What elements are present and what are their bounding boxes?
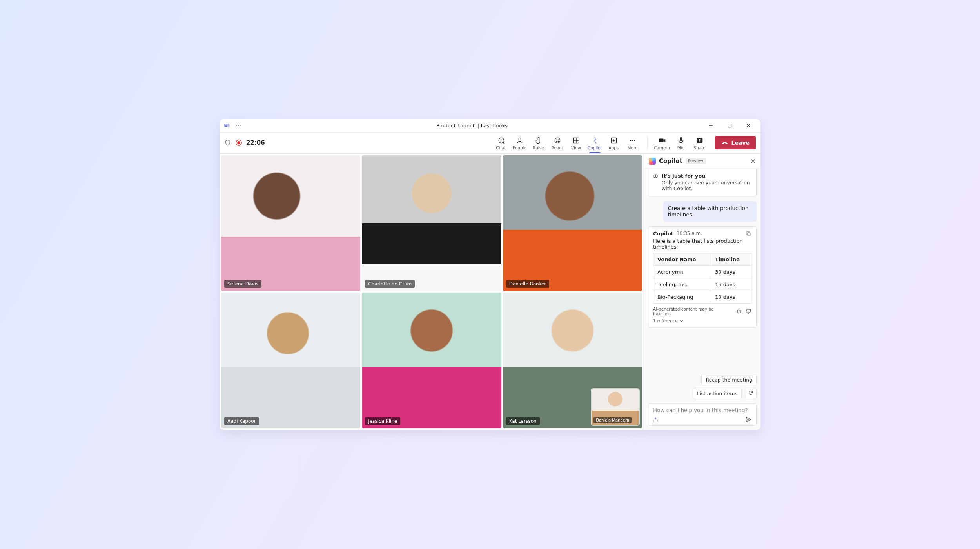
react-button[interactable]: React bbox=[548, 135, 566, 151]
copilot-icon bbox=[591, 136, 599, 145]
table-header: Vendor Name bbox=[653, 253, 711, 265]
suggestion-chips: Recap the meeting bbox=[644, 370, 760, 385]
window-minimize-button[interactable] bbox=[702, 120, 719, 131]
camera-button[interactable]: Camera bbox=[653, 135, 671, 151]
svg-point-16 bbox=[630, 140, 631, 141]
thumbs-up-button[interactable] bbox=[736, 308, 742, 314]
table-row: Bio-Packaging 10 days bbox=[653, 291, 751, 303]
camera-icon bbox=[658, 136, 666, 145]
suggestion-chips-2: List action items bbox=[644, 385, 760, 399]
participant-name: Jessica Kline bbox=[365, 417, 400, 425]
participant-name: Kat Larsson bbox=[506, 417, 540, 425]
sparkle-icon[interactable] bbox=[652, 416, 659, 423]
meeting-title: Product Launch | Last Looks bbox=[241, 123, 702, 129]
participant-name: Daniela Mandera bbox=[593, 417, 632, 423]
svg-rect-20 bbox=[680, 137, 682, 141]
raise-hand-button[interactable]: Raise bbox=[530, 135, 548, 151]
copilot-privacy-card: It's just for you Only you can see your … bbox=[648, 169, 757, 196]
people-icon bbox=[515, 136, 524, 145]
raise-hand-icon bbox=[534, 136, 543, 145]
view-button[interactable]: View bbox=[567, 135, 585, 151]
eye-icon bbox=[652, 173, 659, 179]
ellipsis-icon[interactable] bbox=[235, 122, 241, 129]
window-maximize-button[interactable] bbox=[721, 120, 738, 131]
video-grid: Serena Davis Charlotte de Crum Danielle … bbox=[220, 154, 644, 430]
titlebar: T Product Launch | Last Looks bbox=[220, 119, 760, 133]
refresh-suggestions-button[interactable] bbox=[745, 388, 757, 399]
suggestion-recap[interactable]: Recap the meeting bbox=[701, 374, 757, 385]
svg-point-2 bbox=[228, 124, 229, 125]
chat-button[interactable]: Chat bbox=[492, 135, 510, 151]
mic-icon bbox=[677, 136, 685, 145]
suggestion-action-items[interactable]: List action items bbox=[693, 388, 742, 399]
svg-point-9 bbox=[237, 141, 240, 144]
copilot-response: Copilot 10:35 a.m. Here is a table that … bbox=[648, 226, 757, 328]
response-timestamp: 10:35 a.m. bbox=[677, 231, 702, 236]
share-icon bbox=[695, 136, 704, 145]
svg-point-10 bbox=[519, 138, 521, 140]
participant-name: Charlotte de Crum bbox=[365, 280, 415, 288]
svg-rect-19 bbox=[659, 138, 663, 142]
svg-point-11 bbox=[555, 138, 560, 143]
user-message: Create a table with production timelines… bbox=[663, 201, 757, 222]
copy-button[interactable] bbox=[746, 231, 751, 236]
chat-icon bbox=[497, 136, 505, 145]
more-icon bbox=[628, 136, 637, 145]
toolbar-center-group: Chat People Raise React View Copilot bbox=[492, 135, 642, 151]
participant-tile[interactable]: Charlotte de Crum bbox=[362, 155, 501, 291]
view-grid-icon bbox=[572, 136, 581, 145]
references-toggle[interactable]: 1 reference bbox=[653, 318, 751, 324]
send-button[interactable] bbox=[745, 416, 752, 423]
svg-point-6 bbox=[240, 125, 241, 126]
copilot-panel: Copilot Preview It's just for you Only y… bbox=[644, 154, 760, 430]
teams-app-icon: T bbox=[223, 122, 230, 129]
people-button[interactable]: People bbox=[511, 135, 529, 151]
copilot-scroll[interactable]: It's just for you Only you can see your … bbox=[644, 169, 760, 371]
table-header: Timeline bbox=[711, 253, 751, 265]
svg-point-17 bbox=[632, 140, 633, 141]
toolbar-separator bbox=[647, 136, 648, 149]
svg-point-5 bbox=[238, 125, 239, 126]
copilot-input[interactable] bbox=[652, 407, 752, 414]
copilot-logo-icon bbox=[649, 158, 656, 165]
info-subtitle: Only you can see your conversation with … bbox=[662, 180, 751, 191]
apps-button[interactable]: Apps bbox=[605, 135, 623, 151]
svg-point-4 bbox=[236, 125, 237, 126]
preview-badge: Preview bbox=[686, 158, 706, 164]
svg-rect-23 bbox=[748, 233, 750, 236]
table-row: Tooling, Inc. 15 days bbox=[653, 278, 751, 291]
mic-button[interactable]: Mic bbox=[672, 135, 690, 151]
copilot-title: Copilot bbox=[659, 158, 682, 165]
meeting-toolbar: 22:06 Chat People Raise React View bbox=[220, 133, 760, 154]
meeting-timer: 22:06 bbox=[246, 139, 265, 146]
svg-rect-3 bbox=[228, 125, 230, 127]
participant-tile[interactable]: Kat Larsson Daniela Mandera bbox=[503, 293, 642, 429]
chevron-down-icon bbox=[679, 319, 684, 323]
production-table: Vendor Name Timeline Acronymn 30 days To… bbox=[653, 253, 751, 304]
svg-point-22 bbox=[655, 175, 656, 176]
shield-icon[interactable] bbox=[224, 139, 231, 146]
window-close-button[interactable] bbox=[740, 120, 757, 131]
participant-tile[interactable]: Serena Davis bbox=[221, 155, 360, 291]
participant-tile[interactable]: Danielle Booker bbox=[503, 155, 642, 291]
recording-indicator bbox=[235, 139, 242, 146]
info-title: It's just for you bbox=[662, 173, 751, 179]
participant-name: Serena Davis bbox=[224, 280, 261, 288]
svg-rect-7 bbox=[728, 124, 731, 127]
self-view-pip[interactable]: Daniela Mandera bbox=[592, 389, 639, 425]
response-intro: Here is a table that lists production ti… bbox=[653, 238, 751, 250]
toolbar-av-group: Camera Mic Share bbox=[653, 135, 709, 151]
leave-button[interactable]: Leave bbox=[715, 136, 756, 149]
thumbs-down-button[interactable] bbox=[746, 308, 751, 314]
participant-tile[interactable]: Aadi Kapoor bbox=[221, 293, 360, 429]
more-button[interactable]: More bbox=[624, 135, 642, 151]
close-panel-button[interactable] bbox=[750, 158, 756, 164]
copilot-header: Copilot Preview bbox=[644, 154, 760, 169]
react-icon bbox=[553, 136, 562, 145]
share-button[interactable]: Share bbox=[691, 135, 709, 151]
table-row: Acronymn 30 days bbox=[653, 265, 751, 278]
meeting-window: T Product Launch | Last Looks bbox=[220, 119, 760, 430]
copilot-button[interactable]: Copilot bbox=[586, 135, 604, 151]
participant-tile[interactable]: Jessica Kline bbox=[362, 293, 501, 429]
ai-disclaimer: AI-generated content may be incorrect bbox=[653, 307, 732, 316]
